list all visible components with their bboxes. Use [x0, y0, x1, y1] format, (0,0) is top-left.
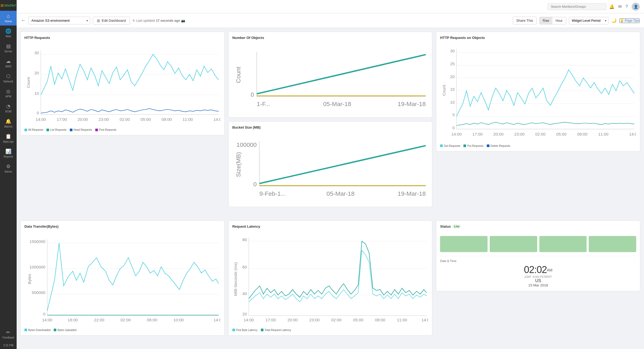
sidebar: ⊞ Site24x7 ⌂ Home 🌐 Web ▤ Server ☁ AWS ⬡…: [0, 0, 17, 349]
svg-text:23:00: 23:00: [514, 132, 525, 136]
svg-text:Size(MB): Size(MB): [235, 152, 242, 177]
widget-period-select[interactable]: Widget Level Period: [569, 17, 609, 24]
hour-button[interactable]: Hour: [552, 17, 566, 24]
sidebar-item-label: AppLogs: [3, 140, 13, 143]
svg-text:10: 10: [34, 91, 39, 96]
raw-hour-toggle: Raw Hour: [539, 17, 566, 24]
logo-text: Site24x7: [4, 4, 16, 7]
svg-text:14:00: 14:00: [214, 318, 221, 322]
sidebar-item-rum[interactable]: ◔ RUM: [0, 101, 17, 116]
sidebar-item-reports[interactable]: 📊 Reports: [0, 146, 17, 161]
time-display: 02:02AM (GMT -8:00) PST8PDT US 23 Mar 20…: [440, 264, 636, 287]
sidebar-item-admin[interactable]: ⚙ Admin: [0, 161, 17, 176]
network-icon: ⬡: [6, 73, 10, 79]
svg-text:23:00: 23:00: [309, 318, 319, 322]
svg-text:05-Mar-18: 05-Mar-18: [323, 100, 351, 107]
svg-text:06:00: 06:00: [147, 318, 157, 322]
dark-mode-button[interactable]: 🌙: [611, 18, 617, 23]
datetime-label: Date & Time: [440, 259, 636, 263]
svg-text:15: 15: [450, 87, 455, 92]
sidebar-item-server[interactable]: ▤ Server: [0, 41, 17, 56]
widget-bucket-size: Bucket Size (MB) 100000 0 9-Feb-1... 05-…: [228, 121, 433, 207]
svg-text:40: 40: [242, 291, 247, 296]
screenshot-icon: 📷: [181, 19, 185, 23]
rum-icon: ◔: [6, 103, 10, 109]
sidebar-item-network[interactable]: ⬡ Network: [0, 71, 17, 86]
svg-text:05-Mar-18: 05-Mar-18: [327, 190, 355, 197]
svg-text:02:00: 02:00: [120, 318, 131, 322]
svg-text:1000000: 1000000: [30, 265, 46, 269]
status-box-2: [490, 236, 537, 252]
sidebar-item-home[interactable]: ⌂ Home: [0, 11, 17, 26]
sidebar-item-apm[interactable]: ◎ APM: [0, 86, 17, 101]
middle-top-column: Number Of Objects 0 1-F... 05-Mar-18 19-…: [228, 32, 433, 207]
sidebar-item-label: Web: [6, 35, 11, 38]
status-box-3: [539, 236, 587, 252]
message-icon[interactable]: ✉: [618, 4, 622, 9]
sidebar-item-alarms[interactable]: 🔔 Alarms: [0, 116, 17, 131]
widget-status-datetime: Status Live Date & Time 02:02AM (GMT -8:…: [436, 220, 640, 291]
datetime-section: Date & Time 02:02AM (GMT -8:00) PST8PDT …: [440, 256, 636, 287]
widget-request-latency: Request Latency 80 60 40 20 14:00 17:00 …: [228, 220, 433, 336]
main-area: 🔔 ✉ ? 👤 ← Amazon S3 environment ⊞ Edit D…: [17, 0, 644, 349]
aws-icon: ☁: [6, 58, 11, 64]
svg-text:9-Feb-1...: 9-Feb-1...: [259, 190, 286, 197]
back-button[interactable]: ←: [21, 18, 26, 23]
feedback-icon: ✏: [6, 329, 10, 335]
applogs-icon: 📋: [5, 133, 11, 139]
raw-button[interactable]: Raw: [540, 17, 552, 24]
logo-icon: ⊞: [1, 3, 4, 8]
dashboard-select-wrap: Amazon S3 environment: [28, 17, 90, 24]
svg-text:Count: Count: [442, 85, 447, 96]
sidebar-bottom: ✏ Feedback 2:31 PM: [2, 327, 14, 349]
bell-icon[interactable]: 🔔: [609, 4, 614, 9]
sidebar-item-label: APM: [5, 95, 11, 98]
sidebar-item-label: Alarms: [4, 125, 12, 128]
apm-icon: ◎: [6, 88, 10, 94]
svg-text:Count: Count: [26, 77, 31, 88]
svg-text:1-F...: 1-F...: [257, 100, 270, 107]
refresh-icon: ↻: [133, 19, 135, 23]
svg-text:14:00: 14:00: [629, 132, 636, 136]
server-icon: ▤: [6, 43, 11, 49]
sidebar-item-label: Home: [5, 20, 12, 23]
sidebar-item-web[interactable]: 🌐 Web: [0, 26, 17, 41]
last-updated-info: ↻ Last updated 17 seconds ago 📷: [133, 19, 185, 23]
svg-text:10:00: 10:00: [173, 318, 184, 322]
page-tips-button[interactable]: 💡 Page Tips: [619, 18, 640, 23]
svg-text:500000: 500000: [32, 290, 45, 295]
svg-text:02:00: 02:00: [535, 132, 546, 136]
share-button[interactable]: Share This: [513, 17, 537, 24]
widget-period-wrap: Widget Level Period: [569, 17, 609, 24]
edit-dashboard-button[interactable]: ⊞ Edit Dashboard: [93, 17, 130, 25]
sidebar-item-aws[interactable]: ☁ AWS: [0, 56, 17, 71]
timezone: (GMT -8:00) PST8PDT: [440, 275, 636, 278]
dashboard-select[interactable]: Amazon S3 environment: [28, 17, 90, 24]
svg-text:22:00: 22:00: [94, 318, 104, 322]
svg-text:0: 0: [251, 91, 254, 98]
user-avatar[interactable]: 👤: [632, 3, 640, 11]
time-value: 02:02AM: [440, 264, 636, 275]
widget-data-transfer: Data Transfer(Bytes) 1500000 1000000 500…: [20, 220, 225, 336]
svg-text:0: 0: [452, 125, 455, 130]
svg-text:14:00: 14:00: [244, 318, 254, 322]
alarms-icon: 🔔: [5, 118, 11, 124]
search-input[interactable]: [547, 3, 606, 10]
country: US: [440, 278, 636, 283]
svg-text:60: 60: [242, 265, 247, 269]
svg-text:18:00: 18:00: [68, 318, 78, 322]
status-boxes: [440, 236, 636, 252]
svg-text:02:00: 02:00: [120, 117, 130, 122]
svg-text:0: 0: [253, 180, 257, 187]
svg-text:20:00: 20:00: [287, 318, 298, 322]
sidebar-item-applogs[interactable]: 📋 AppLogs: [0, 131, 17, 146]
sidebar-item-label: RUM: [5, 110, 12, 113]
logo: ⊞ Site24x7: [0, 0, 17, 11]
svg-text:17:00: 17:00: [473, 132, 483, 136]
svg-line-32: [259, 146, 426, 183]
svg-text:19-Mar-18: 19-Mar-18: [398, 190, 426, 197]
svg-text:08:00: 08:00: [375, 318, 385, 322]
sidebar-item-feedback[interactable]: ✏ Feedback: [2, 327, 14, 342]
help-icon[interactable]: ?: [625, 4, 628, 9]
dashboard-content: HTTP Requests 30 20 10 0 14:00 17:00 20:…: [17, 28, 644, 349]
